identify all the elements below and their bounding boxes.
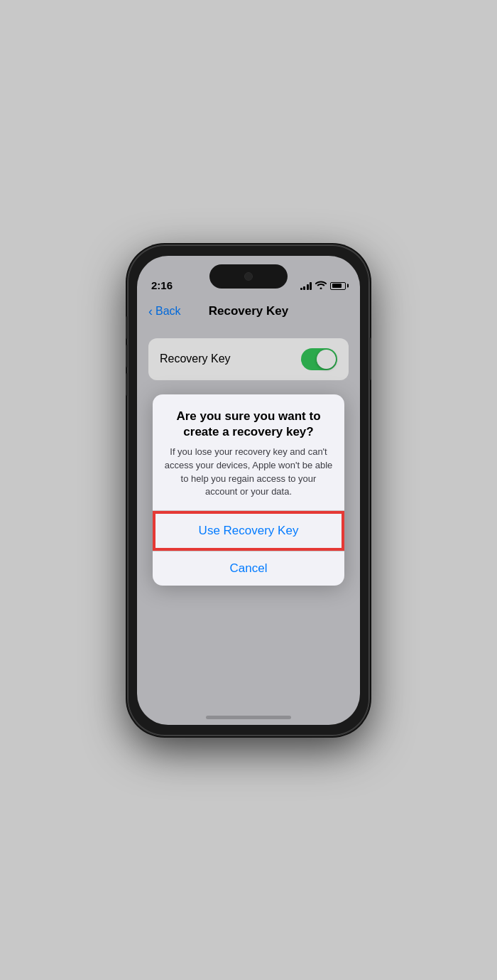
- alert-dialog: Are you sure you want to create a recove…: [153, 394, 344, 586]
- alert-overlay: Are you sure you want to create a recove…: [137, 256, 360, 725]
- alert-title: Are you sure you want to create a recove…: [164, 409, 333, 440]
- phone-screen: 2:16: [137, 256, 360, 725]
- use-recovery-key-button[interactable]: Use Recovery Key: [154, 512, 343, 549]
- alert-content: Are you sure you want to create a recove…: [153, 394, 344, 511]
- primary-button-wrapper: Use Recovery Key: [153, 511, 344, 551]
- cancel-button[interactable]: Cancel: [153, 551, 344, 586]
- phone-device: 2:16: [128, 245, 369, 736]
- alert-message: If you lose your recovery key and can't …: [164, 446, 333, 499]
